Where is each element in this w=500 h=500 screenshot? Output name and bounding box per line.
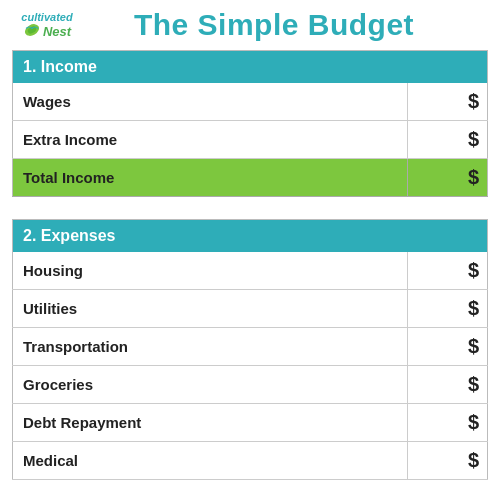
extra-income-row: Extra Income $ (13, 121, 488, 159)
wages-value[interactable]: $ (408, 83, 488, 121)
transportation-value[interactable]: $ (408, 328, 488, 366)
extra-income-value[interactable]: $ (408, 121, 488, 159)
wages-row: Wages $ (13, 83, 488, 121)
groceries-value[interactable]: $ (408, 366, 488, 404)
transportation-row: Transportation $ (13, 328, 488, 366)
section-spacer (0, 197, 500, 211)
expenses-table: 2. Expenses Housing $ Utilities $ Transp… (12, 219, 488, 480)
debt-repayment-value[interactable]: $ (408, 404, 488, 442)
total-income-row: Total Income $ (13, 159, 488, 197)
logo-nest-text: Nest (43, 24, 71, 39)
income-header-dollar (408, 51, 488, 84)
logo-icon (23, 21, 41, 39)
medical-value[interactable]: $ (408, 442, 488, 480)
total-income-label: Total Income (13, 159, 408, 197)
groceries-row: Groceries $ (13, 366, 488, 404)
expenses-header-dollar (408, 220, 488, 253)
housing-label: Housing (13, 252, 408, 290)
medical-row: Medical $ (13, 442, 488, 480)
page-title: The Simple Budget (90, 8, 488, 42)
housing-value[interactable]: $ (408, 252, 488, 290)
wages-label: Wages (13, 83, 408, 121)
medical-label: Medical (13, 442, 408, 480)
expenses-header-row: 2. Expenses (13, 220, 488, 253)
utilities-value[interactable]: $ (408, 290, 488, 328)
transportation-label: Transportation (13, 328, 408, 366)
debt-repayment-row: Debt Repayment $ (13, 404, 488, 442)
header: cultivated Nest The Simple Budget (0, 0, 500, 42)
debt-repayment-label: Debt Repayment (13, 404, 408, 442)
expenses-header-label: 2. Expenses (13, 220, 408, 253)
extra-income-label: Extra Income (13, 121, 408, 159)
income-header-row: 1. Income (13, 51, 488, 84)
housing-row: Housing $ (13, 252, 488, 290)
utilities-label: Utilities (13, 290, 408, 328)
income-table: 1. Income Wages $ Extra Income $ Total I… (12, 50, 488, 197)
groceries-label: Groceries (13, 366, 408, 404)
logo-area: cultivated Nest (12, 11, 82, 39)
page-wrapper: cultivated Nest The Simple Budget 1. Inc… (0, 0, 500, 500)
utilities-row: Utilities $ (13, 290, 488, 328)
income-header-label: 1. Income (13, 51, 408, 84)
total-income-value[interactable]: $ (408, 159, 488, 197)
